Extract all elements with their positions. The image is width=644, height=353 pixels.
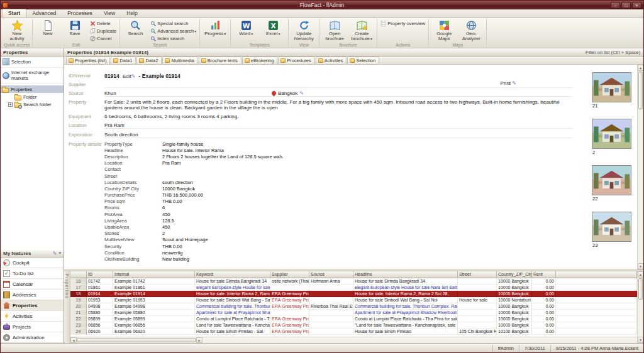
detail-row[interactable]: Rooms 6 — [104, 205, 591, 211]
detail-row[interactable]: Location Pra Ram — [104, 160, 591, 166]
column-header[interactable]: Street — [458, 271, 497, 278]
table-row[interactable]: 16 01742 Example 01742 House for sale Si… — [70, 278, 637, 285]
detail-row[interactable]: Price sqm THB 0.00 — [104, 198, 591, 205]
column-header[interactable]: Keyword — [195, 271, 270, 278]
maxim­ize-button[interactable]: □ — [621, 2, 631, 9]
sidebar-item[interactable]: Selection — [1, 57, 64, 68]
table-row[interactable]: 22 05899 Example 05899 Condo at Lumpini … — [70, 316, 637, 322]
new-activity-button[interactable]: New activity — [4, 19, 30, 42]
table-row[interactable]: 19 01953 Example 01953 House for sale Si… — [70, 297, 637, 303]
column-header[interactable]: Rent — [532, 271, 556, 278]
menu-item[interactable]: Advanced — [26, 9, 62, 18]
collapse-icon[interactable]: ▾ — [58, 251, 61, 256]
column-header[interactable]: Source — [309, 271, 353, 278]
horizontal-scrollbar[interactable]: ◄ ► — [70, 337, 637, 343]
scroll-left-icon[interactable]: ◄ — [70, 337, 77, 343]
source-field[interactable]: Khun Bangkok — [104, 90, 572, 97]
menu-item[interactable]: Help — [121, 9, 143, 18]
delete-button[interactable]: Delete — [89, 20, 118, 27]
scroll-down-icon[interactable]: ▼ — [638, 263, 643, 269]
source-city[interactable]: Bangkok — [272, 90, 304, 96]
search-button[interactable]: Search — [122, 19, 148, 41]
grid-scrollbar[interactable]: ▲ ▼ — [637, 271, 643, 343]
supplier-field[interactable] — [104, 81, 572, 88]
index-search-button[interactable]: Index search — [149, 35, 197, 42]
expander-icon[interactable]: + — [8, 102, 13, 107]
table-row[interactable]: 18 01914 Example 01914 House for sale. I… — [70, 291, 637, 297]
table-row[interactable]: 17 01861 Example 01861 elegant European-… — [70, 285, 637, 291]
minimize-button[interactable]: – — [611, 2, 620, 9]
tab[interactable]: Procedures — [278, 57, 314, 64]
advanced-search-button[interactable]: Advanced search — [149, 28, 197, 35]
detail-row[interactable]: PurchasePrice THB 16,500,000.00 — [104, 192, 591, 198]
detail-row[interactable]: Old/NewBuilding New building — [104, 256, 591, 262]
feature-item[interactable]: Properties — [1, 300, 64, 311]
tab[interactable]: Brochure texts — [199, 57, 242, 64]
column-header[interactable]: Internal — [113, 271, 195, 278]
column-header[interactable] — [70, 271, 87, 278]
open-brochure-button[interactable]: Open brochure — [321, 19, 348, 42]
scroll-thumb[interactable] — [638, 72, 643, 109]
table-row[interactable]: 23 06856 Example 06856 Land for sale Taw… — [70, 322, 637, 329]
column-header[interactable]: Headline — [353, 271, 458, 278]
detail-row[interactable]: Contact — [104, 166, 591, 173]
photo-thumbnail[interactable]: 2 — [592, 119, 636, 155]
excel-button[interactable]: X Excel — [260, 19, 286, 41]
new-button[interactable]: New — [35, 19, 61, 41]
column-header[interactable]: Country_ZIP_City — [497, 271, 532, 278]
tab[interactable]: Selection — [347, 57, 379, 64]
detail-row[interactable]: Security THB 0.00 — [104, 243, 591, 249]
feature-item[interactable]: Activities — [1, 311, 64, 322]
property-overview-button[interactable]: Property overview — [379, 20, 426, 27]
table-row[interactable]: 20 04998 Example 04998 Commercial buildi… — [70, 303, 637, 310]
tab[interactable]: Data1 — [111, 57, 136, 64]
feature-item[interactable]: Cockpit — [1, 258, 64, 268]
column-header[interactable]: Supplier — [270, 271, 309, 278]
scroll-thumb[interactable] — [77, 338, 196, 342]
detail-row[interactable]: MultilevelView Scout and Homepage — [104, 237, 591, 243]
table-row[interactable]: 21 05880 Example 05880 Apartment for sal… — [70, 310, 637, 316]
feature-item[interactable]: Addresses — [1, 290, 64, 300]
detail-row[interactable]: Country ZIP City 10000 Bangkok — [104, 185, 591, 192]
detail-row[interactable]: LocationDetails south direction — [104, 179, 591, 185]
detail-row[interactable]: UsableArea 450 — [104, 224, 591, 230]
save-button[interactable]: Save — [62, 19, 88, 41]
sidebar-item[interactable]: Internet exchange markets — [1, 68, 64, 84]
detail-row[interactable]: LivingArea 128.5 — [104, 217, 591, 224]
table-row[interactable]: 24 06920 Example 06920 House for sale Si… — [70, 329, 637, 335]
detail-row[interactable]: Street — [104, 173, 591, 179]
scroll-thumb[interactable] — [638, 278, 643, 300]
edit-link[interactable]: Edit — [123, 73, 136, 79]
tab[interactable]: Activities — [316, 57, 347, 64]
tree-item[interactable]: + Search folder — [1, 100, 64, 108]
feature-item[interactable]: Administration — [1, 332, 64, 343]
geo-analyzer-button[interactable]: Geo-Analyzer — [458, 19, 484, 42]
tab[interactable]: Multimedia — [162, 57, 197, 64]
close-button[interactable]: × — [632, 2, 641, 9]
scroll-down-icon[interactable]: ▼ — [638, 337, 643, 343]
exploration-field[interactable]: South direction — [104, 131, 572, 138]
detail-scrollbar[interactable]: ▲ ▼ — [637, 65, 643, 269]
feature-item[interactable]: Projects — [1, 322, 64, 332]
scroll-up-icon[interactable]: ▲ — [638, 65, 643, 71]
update-hierarchy-button[interactable]: Update hierarchy — [291, 19, 317, 42]
detail-row[interactable]: PropertyType Single-family house — [104, 141, 591, 147]
tree-root-properties[interactable]: Properties — [1, 85, 64, 93]
scroll-right-icon[interactable]: ► — [196, 337, 203, 343]
feature-item[interactable]: To-Do list — [1, 268, 64, 279]
equipment-field[interactable]: 6 bedrooms, 6 bathrooms, 2 living rooms … — [104, 113, 572, 120]
tree-item[interactable]: + Folder — [1, 93, 64, 100]
google-maps-button[interactable]: Google Maps — [431, 19, 457, 42]
create-brochure-button[interactable]: Create brochure — [348, 19, 375, 42]
detail-row[interactable]: Stories 2 — [104, 231, 591, 237]
photo-thumbnail[interactable]: 23 — [592, 212, 636, 248]
detail-row[interactable]: Headline House for sale. Interior Rama — [104, 147, 591, 153]
photo-thumbnail[interactable]: 21 — [592, 72, 636, 109]
column-header[interactable]: ID — [87, 271, 113, 278]
cancel-button[interactable]: Cancel — [89, 35, 118, 42]
detail-row[interactable]: Condition neuwertig — [104, 249, 591, 256]
property-description[interactable]: For Sale: 2 units with 2 floors, each co… — [104, 99, 572, 111]
detail-row[interactable]: PlotArea 450 — [104, 211, 591, 217]
photo-thumbnail[interactable]: 22 — [592, 165, 636, 202]
tab[interactable]: Properties (list) — [66, 57, 110, 64]
